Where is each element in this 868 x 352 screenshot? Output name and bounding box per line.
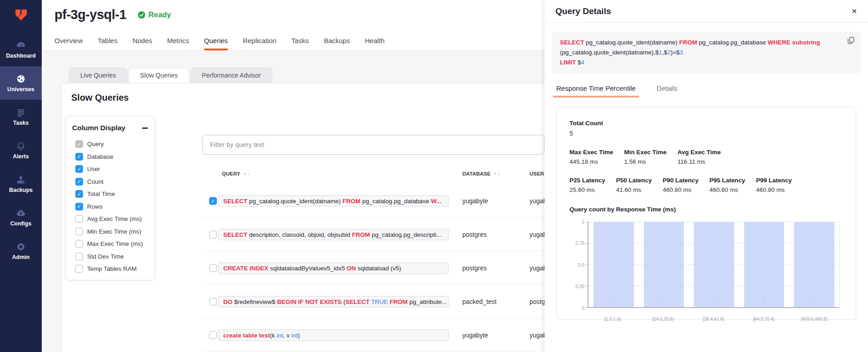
row-checkbox[interactable] bbox=[209, 264, 217, 272]
tab-health[interactable]: Health bbox=[365, 37, 384, 50]
column-display-card: Column Display ✓Query✓Database✓User✓Coun… bbox=[65, 116, 155, 280]
table-row[interactable]: CREATE INDEX sqldataloadByValuev5_idx5 O… bbox=[202, 251, 544, 285]
stat-p90-latency: P90 Latency460.80 ms bbox=[663, 177, 699, 193]
query-text[interactable]: SELECT pg_catalog.quote_ident(datname) F… bbox=[218, 195, 449, 206]
tab-nodes[interactable]: Nodes bbox=[132, 37, 152, 50]
stat-value: 25.60 ms bbox=[569, 186, 605, 193]
column-option-label: Max Exec Time (ms) bbox=[87, 240, 143, 247]
query-text[interactable]: CREATE INDEX sqldataloadByValuev5_idx5 O… bbox=[218, 262, 449, 274]
copy-icon[interactable] bbox=[848, 37, 854, 47]
checkbox-temp-tables-ram[interactable] bbox=[75, 265, 83, 273]
column-option-label: Std Dev Time bbox=[87, 253, 124, 260]
column-header-query[interactable]: QUERY▼▲ bbox=[222, 171, 251, 176]
table-row[interactable]: create table test(k int, v int)yugabytey… bbox=[202, 318, 544, 352]
column-option-database: ✓Database bbox=[75, 151, 148, 163]
row-checkbox[interactable] bbox=[209, 230, 217, 238]
sql-line: (pg_catalog.quote_ident(datname),$1,$2)=… bbox=[560, 48, 840, 58]
checkbox-std-dev-time[interactable] bbox=[75, 253, 83, 260]
stat-value: 1.56 ms bbox=[624, 158, 667, 165]
collapse-minus-icon[interactable] bbox=[141, 124, 148, 132]
sidebar-item-alerts[interactable]: Alerts bbox=[0, 133, 42, 167]
universes-icon bbox=[16, 74, 26, 84]
universe-header: pf-3g-ysql-1 Ready OverviewTablesNodesMe… bbox=[42, 0, 544, 51]
checkbox-total-time[interactable]: ✓ bbox=[75, 190, 83, 198]
checkbox-count[interactable]: ✓ bbox=[75, 178, 83, 186]
backups-icon bbox=[16, 175, 26, 185]
column-header-database[interactable]: DATABASE▼▲ bbox=[462, 171, 501, 176]
stat-p25-latency: P25 Latency25.60 ms bbox=[569, 177, 605, 193]
column-option-user: ✓User bbox=[75, 163, 148, 176]
x-tick bbox=[613, 299, 613, 301]
database-cell: postgres bbox=[462, 231, 487, 238]
column-option-query: ✓Query bbox=[75, 138, 148, 151]
table-row[interactable]: SELECT description, classoid, objoid, ob… bbox=[202, 218, 544, 251]
total-count-value: 5 bbox=[569, 130, 847, 137]
sidebar-item-backups[interactable]: Backups bbox=[0, 167, 42, 200]
y-tick bbox=[585, 307, 588, 308]
sidebar-item-dashboard[interactable]: Dashboard bbox=[0, 33, 42, 66]
stat-avg-exec-time: Avg Exec Time116.11 ms bbox=[677, 149, 721, 165]
tab-tables[interactable]: Tables bbox=[98, 37, 118, 50]
column-header-user[interactable]: USER▼▲ bbox=[530, 171, 544, 176]
checkbox-avg-exec-time-ms[interactable] bbox=[75, 215, 83, 223]
query-text[interactable]: DO $redefineview$ BEGIN IF NOT EXISTS (S… bbox=[218, 296, 449, 307]
close-icon[interactable]: ✕ bbox=[851, 7, 857, 15]
checkbox-rows[interactable]: ✓ bbox=[75, 203, 83, 210]
tab-queries[interactable]: Queries bbox=[204, 37, 228, 50]
sidebar-item-configs[interactable]: Configs bbox=[0, 200, 42, 234]
y-tick bbox=[585, 264, 588, 265]
database-cell: yugabyte bbox=[462, 197, 488, 205]
column-option-label: Min Exec Time (ms) bbox=[87, 228, 141, 235]
sidebar-item-admin[interactable]: Admin bbox=[0, 234, 42, 268]
query-details-tabs: Response Time PercentileDetails bbox=[552, 84, 861, 98]
query-text[interactable]: create table test(k int, v int) bbox=[218, 329, 449, 341]
x-tick bbox=[714, 299, 714, 301]
column-option-total-time: ✓Total Time bbox=[75, 188, 148, 200]
sidebar-nav: DashboardUniversesTasksAlertsBackupsConf… bbox=[0, 33, 42, 268]
row-checkbox[interactable]: ✓ bbox=[209, 197, 217, 205]
stat-value: 460.80 ms bbox=[756, 186, 792, 193]
tab-response-time-percentile[interactable]: Response Time Percentile bbox=[556, 84, 636, 98]
database-cell: packed_test bbox=[462, 298, 497, 305]
subtab-slow-queries[interactable]: Slow Queries bbox=[129, 68, 189, 83]
tab-replication[interactable]: Replication bbox=[243, 37, 276, 50]
stat-min-exec-time: Min Exec Time1.56 ms bbox=[624, 149, 667, 165]
y-tick-label: 0.25 bbox=[576, 284, 584, 289]
table-row[interactable]: DO $redefineview$ BEGIN IF NOT EXISTS (S… bbox=[202, 285, 544, 318]
column-display-options: ✓Query✓Database✓User✓Count✓Total Time✓Ro… bbox=[72, 138, 148, 275]
stat-label: Min Exec Time bbox=[624, 149, 667, 156]
query-text[interactable]: SELECT description, classoid, objoid, ob… bbox=[218, 229, 449, 240]
checkbox-user[interactable]: ✓ bbox=[75, 165, 83, 173]
tab-metrics[interactable]: Metrics bbox=[167, 37, 189, 50]
sidebar-item-universes[interactable]: Universes bbox=[0, 66, 42, 100]
tab-backups[interactable]: Backups bbox=[324, 37, 350, 50]
tab-details[interactable]: Details bbox=[657, 84, 677, 98]
sort-icons: ▼▲ bbox=[243, 172, 251, 176]
tab-tasks[interactable]: Tasks bbox=[291, 37, 309, 50]
checkbox-database[interactable]: ✓ bbox=[75, 153, 83, 161]
subtab-performance-advisor[interactable]: Performance Advisor bbox=[191, 68, 272, 83]
stat-label: P90 Latency bbox=[663, 177, 699, 184]
column-option-label: Total Time bbox=[87, 191, 115, 197]
y-tick-label: 0.75 bbox=[576, 241, 584, 246]
query-filter-input[interactable] bbox=[202, 135, 544, 155]
sidebar-item-tasks[interactable]: Tasks bbox=[0, 100, 42, 133]
admin-icon bbox=[16, 242, 26, 252]
table-row[interactable]: ✓SELECT pg_catalog.quote_ident(datname) … bbox=[202, 184, 544, 218]
bar bbox=[593, 222, 633, 307]
subtab-live-queries[interactable]: Live Queries bbox=[69, 68, 128, 83]
checkbox-max-exec-time-ms[interactable] bbox=[75, 240, 83, 248]
tab-overview[interactable]: Overview bbox=[54, 37, 83, 50]
row-checkbox[interactable] bbox=[209, 331, 217, 339]
yugabyte-logo[interactable] bbox=[0, 0, 42, 33]
stat-value: 460.80 ms bbox=[663, 186, 699, 193]
checkbox-min-exec-time-ms[interactable] bbox=[75, 228, 83, 235]
sort-icons: ▼▲ bbox=[493, 172, 501, 176]
column-option-label: Temp Tables RAM bbox=[87, 265, 137, 272]
row-checkbox[interactable] bbox=[209, 298, 217, 305]
column-option-label: Rows bbox=[87, 203, 103, 210]
user-cell: yugab bbox=[530, 332, 544, 339]
sidebar-item-label: Tasks bbox=[13, 120, 29, 126]
sidebar-item-label: Alerts bbox=[13, 153, 29, 160]
table-rows: ✓SELECT pg_catalog.quote_ident(datname) … bbox=[202, 184, 544, 352]
